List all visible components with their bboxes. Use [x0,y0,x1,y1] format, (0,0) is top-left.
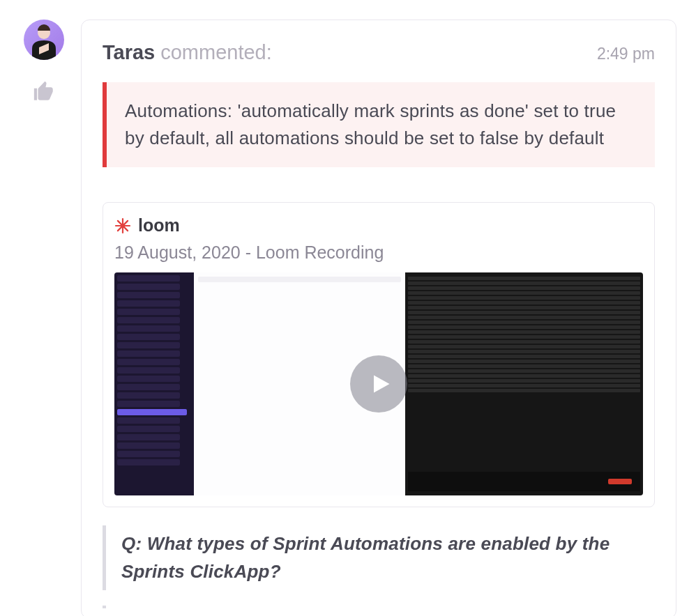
svg-point-5 [121,223,125,227]
embed-provider: loom [138,215,180,236]
video-thumbnail[interactable] [114,272,643,495]
thumbs-up-icon[interactable] [32,79,56,106]
author-name: Taras [103,41,155,64]
avatar[interactable] [24,20,64,60]
embed-title: 19 August, 2020 - Loom Recording [114,242,643,263]
timestamp: 2:49 pm [597,45,655,63]
qa-question: Q: What types of Sprint Automations are … [103,525,655,590]
play-button[interactable] [350,355,407,413]
quoted-issue: Automations: 'automatically mark sprints… [103,82,655,167]
loom-logo-icon [114,217,131,234]
comment-card: Taras commented: 2:49 pm Automations: 'a… [81,20,676,616]
loom-embed-card[interactable]: loom 19 August, 2020 - Loom Recording [103,202,655,507]
comment-action: commented: [160,41,272,64]
qa-answer-truncated: A [103,606,655,608]
